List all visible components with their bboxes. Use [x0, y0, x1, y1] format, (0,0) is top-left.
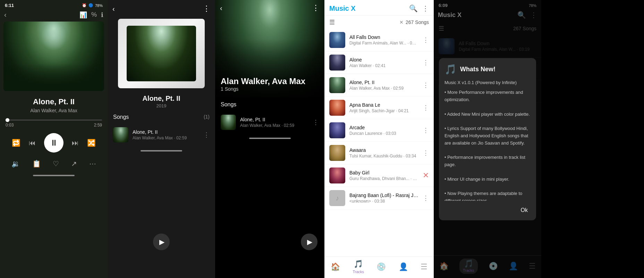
track-item-7[interactable]: ♪Bajrang Baan (Lofi) - Rasraj Ji Maharaj…	[324, 187, 434, 210]
status-time-1: 6:11	[5, 3, 14, 8]
more-icon-song-3[interactable]: ⋮	[313, 118, 319, 126]
track-art-0	[329, 32, 345, 48]
home-indicator-3	[249, 138, 291, 139]
song-name-2: Alone, Pt. II	[133, 129, 199, 135]
prev-icon[interactable]: ⏮	[29, 139, 36, 147]
more-icon-track-5[interactable]: ⋮	[423, 149, 429, 157]
repeat-icon[interactable]: 🔁	[12, 139, 20, 147]
top-bar-3: ‹ ⋮	[215, 3, 324, 13]
nav-home-4[interactable]: 🏠	[331, 262, 340, 271]
nav-tracks-4[interactable]: 🎵 Tracks	[353, 260, 364, 274]
sort-icon-4[interactable]: ✕	[399, 19, 404, 25]
more-icon-track-3[interactable]: ⋮	[423, 104, 429, 112]
more-icon-track-2[interactable]: ⋮	[423, 81, 429, 89]
dialog-item-5: • Minor UI change in mini player.	[444, 176, 531, 183]
tracks-label-4: Tracks	[353, 270, 364, 274]
back-icon-2[interactable]: ‹	[112, 5, 115, 13]
back-icon-3[interactable]: ‹	[220, 4, 222, 12]
more-icon-3[interactable]: ⋮	[312, 3, 320, 13]
filter-icon-4[interactable]: ☰	[329, 18, 335, 26]
song-artist-3: Alan Walker, Ava Max · 02:59	[240, 123, 308, 128]
songs-label-3: Songs	[221, 101, 319, 108]
track-name-4: Arcade	[349, 125, 418, 130]
discount-icon[interactable]: %	[91, 11, 97, 18]
dialog-item-3: • Lyrics Support of many Bollywood Hindi…	[444, 125, 531, 147]
nav-albums-4[interactable]: 💿	[376, 262, 386, 271]
song-thumb-3	[221, 115, 236, 130]
track-artist-1: Alan Walker, Ava Max	[6, 108, 102, 113]
more-icon-4[interactable]: ⋮	[422, 4, 429, 13]
progress-bar-bg[interactable]	[6, 120, 102, 121]
track-item-0[interactable]: All Falls DownDigital Farm Animals, Alan…	[324, 29, 434, 51]
track-name-2: Alone, Pt. II	[349, 80, 418, 85]
track-sub-5: Tulsi Kumar, Kaushik-Guddu · 03:34	[349, 154, 418, 158]
progress-container[interactable]: 0:03 2:59	[0, 115, 108, 129]
home-icon-4: 🏠	[331, 262, 340, 271]
back-icon-1[interactable]: ‹	[4, 11, 7, 19]
track-item-3[interactable]: Apna Bana LeArijit Singh, Sachin-Jigar ·…	[324, 97, 434, 119]
track-meta-4: ArcadeDuncan Laurence · 03:03	[349, 125, 418, 136]
album-cover-white	[118, 19, 205, 88]
ok-button[interactable]: Ok	[518, 206, 531, 215]
track-sub-1: Alan Walker · 02:41	[349, 63, 418, 68]
panel-tracklist: Music X 🔍 ⋮ ☰ ✕ 267 Songs All Falls Down…	[324, 0, 434, 278]
dialog-version: Music X v1.0.1 (Powered by Infinite)	[444, 79, 531, 87]
more-icon-track-7[interactable]: ⋮	[423, 194, 429, 202]
nav-playlist-4[interactable]: ☰	[421, 262, 427, 271]
more-icon-2[interactable]: ⋮	[203, 4, 210, 13]
nav-artists-4[interactable]: 👤	[399, 262, 408, 271]
musicx-title-4: Music X	[329, 5, 356, 13]
playlist-icon-4: ☰	[421, 262, 427, 271]
bottom-nav-4: 🏠 🎵 Tracks 💿 👤 ☰	[324, 256, 434, 278]
track-item-2[interactable]: Alone, Pt. IIAlan Walker, Ava Max · 02:5…	[324, 74, 434, 97]
track-meta-6: Baby GirlGuru Randhawa, Dhvani Bhan... ·…	[349, 170, 418, 181]
play-fab-3[interactable]: ▶	[301, 234, 317, 250]
more-icon-1[interactable]: ⋯	[89, 160, 96, 168]
play-pause-button[interactable]: ⏸	[44, 133, 63, 153]
album-cave-art	[127, 26, 196, 81]
track-item-6[interactable]: Baby GirlGuru Randhawa, Dhvani Bhan... ·…	[324, 164, 434, 187]
more-icon-track-1[interactable]: ⋮	[423, 59, 429, 66]
filter-bar-4: ☰ ✕ 267 Songs	[324, 16, 434, 29]
share-icon[interactable]: ↗	[71, 160, 77, 168]
artist-hero-overlay: Alan Walker, Ava Max 1 Songs	[215, 0, 324, 97]
track-art-5	[329, 145, 345, 161]
top-bar-1: ‹ 📊 % ℹ	[0, 9, 108, 22]
track-name-0: All Falls Down	[349, 34, 418, 40]
track-sub-4: Duncan Laurence · 03:03	[349, 131, 418, 136]
heart-icon[interactable]: ♡	[53, 160, 59, 168]
cave-art	[3, 22, 104, 91]
play-fab-2[interactable]: ▶	[153, 234, 170, 250]
dialog-title: Whats New!	[460, 66, 495, 73]
track-item-4[interactable]: ArcadeDuncan Laurence · 03:03⋮	[324, 119, 434, 142]
dialog-item-4: • Performance improvements in track list…	[444, 154, 531, 169]
track-item-1[interactable]: AloneAlan Walker · 02:41⋮	[324, 51, 434, 74]
dialog-footer: Ok	[444, 206, 531, 215]
song-item-3: Alone, Pt. II Alan Walker, Ava Max · 02:…	[221, 112, 319, 133]
track-name-5: Awaara	[349, 147, 418, 153]
next-icon[interactable]: ⏭	[72, 139, 79, 147]
more-icon-track-0[interactable]: ⋮	[423, 36, 429, 44]
track-sub-3: Arijit Singh, Sachin-Jigar · 04:21	[349, 108, 418, 113]
artist-count: 1 Songs	[221, 86, 319, 92]
equalizer-icon[interactable]: 📊	[79, 11, 87, 19]
song-name-3: Alone, Pt. II	[240, 117, 308, 122]
home-indicator-1	[33, 175, 75, 176]
artists-icon-4: 👤	[399, 262, 408, 271]
track-list-4: All Falls DownDigital Farm Animals, Alan…	[324, 29, 434, 256]
search-icon-4[interactable]: 🔍	[409, 4, 418, 13]
song-count-2: (1)	[204, 114, 210, 120]
track-item-5[interactable]: AwaaraTulsi Kumar, Kaushik-Guddu · 03:34…	[324, 142, 434, 164]
queue-icon[interactable]: 📋	[32, 160, 41, 168]
close-icon-track-6[interactable]: ✕	[423, 171, 429, 180]
volume-icon[interactable]: 🔉	[11, 160, 20, 168]
shuffle-icon[interactable]: 🔀	[87, 139, 96, 147]
more-icon-song-2[interactable]: ⋮	[203, 131, 210, 139]
artist-hero: ‹ ⋮ Alan Walker, Ava Max 1 Songs	[215, 0, 324, 97]
track-meta-7: Bajrang Baan (Lofi) - Rasraj Ji Maharaj<…	[349, 193, 418, 204]
more-icon-track-4[interactable]: ⋮	[423, 126, 429, 134]
song-item-2: Alone, Pt. II Alan Walker, Ava Max · 02:…	[113, 124, 210, 145]
info-icon[interactable]: ℹ	[101, 11, 103, 19]
artist-name: Alan Walker, Ava Max	[221, 76, 319, 86]
status-icons-1: ⏰ 🔵 78%	[82, 3, 103, 8]
